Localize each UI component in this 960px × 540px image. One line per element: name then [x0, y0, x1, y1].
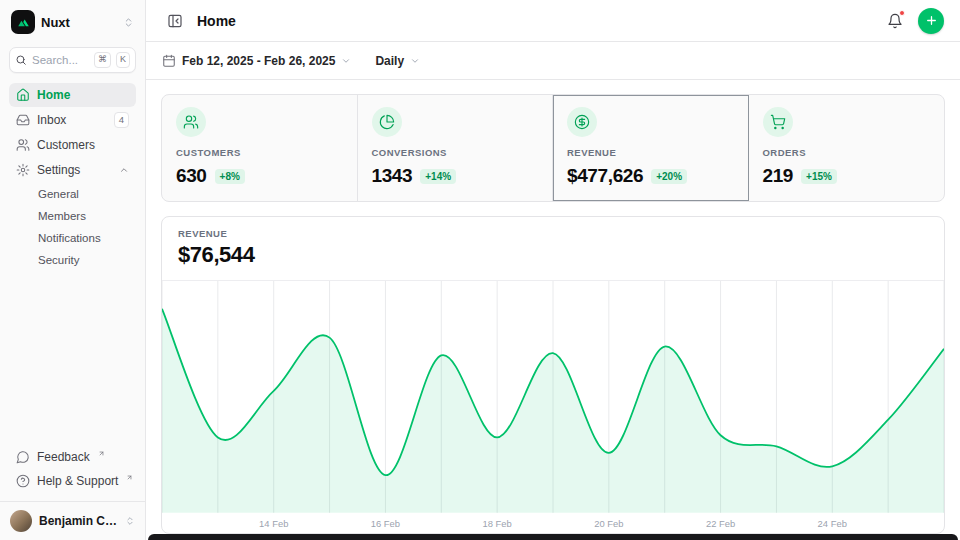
orders-icon	[763, 107, 793, 137]
chevron-up-icon	[119, 165, 129, 175]
sidebar-item-notifications[interactable]: Notifications	[9, 227, 136, 249]
svg-text:24 Feb: 24 Feb	[818, 518, 847, 529]
users-icon	[16, 138, 30, 152]
conversions-icon	[372, 107, 402, 137]
search-placeholder: Search...	[32, 54, 89, 66]
team-picker[interactable]: Nuxt	[9, 8, 136, 34]
sidebar-item-label: Customers	[37, 138, 95, 152]
plus-icon	[925, 14, 938, 27]
inbox-icon	[16, 113, 30, 127]
chart-metric-label: REVENUE	[178, 228, 928, 239]
page-content: CUSTOMERS 630 +8% CONVERSIONS 1343 +14%	[146, 80, 960, 534]
app-window: Nuxt Search... ⌘ K Home Inbox 4	[0, 0, 960, 540]
sidebar-item-home[interactable]: Home	[9, 83, 136, 107]
devtools-bar[interactable]	[148, 534, 958, 540]
date-range-picker[interactable]: Feb 12, 2025 - Feb 26, 2025	[162, 54, 351, 68]
sidebar-spacer	[9, 271, 136, 445]
revenue-icon	[567, 107, 597, 137]
sidebar-item-label: Help & Support	[37, 474, 118, 488]
notification-dot	[899, 10, 905, 16]
stat-card-revenue[interactable]: REVENUE $477,626 +20%	[553, 95, 749, 201]
svg-text:18 Feb: 18 Feb	[483, 518, 512, 529]
svg-text:20 Feb: 20 Feb	[594, 518, 623, 529]
page-title: Home	[197, 13, 236, 29]
chevron-down-icon	[341, 56, 351, 66]
user-name: Benjamin Canac	[39, 514, 118, 528]
svg-text:14 Feb: 14 Feb	[259, 518, 288, 529]
sidebar: Nuxt Search... ⌘ K Home Inbox 4	[0, 0, 146, 540]
chart-header: REVENUE $76,544	[162, 217, 944, 281]
chevrons-up-down-icon	[123, 17, 134, 28]
settings-submenu: General Members Notifications Security	[9, 183, 136, 271]
stat-label: REVENUE	[567, 147, 734, 158]
avatar	[10, 510, 32, 532]
calendar-icon	[162, 54, 176, 68]
stat-label: CONVERSIONS	[372, 147, 539, 158]
external-link-icon	[126, 470, 133, 484]
chart-metric-value: $76,544	[178, 242, 928, 268]
sidebar-item-feedback[interactable]: Feedback	[9, 445, 136, 469]
nuxt-logo	[11, 10, 35, 34]
revenue-chart[interactable]: 14 Feb16 Feb18 Feb20 Feb22 Feb24 Feb	[162, 281, 944, 533]
stat-value: 219	[763, 165, 794, 187]
sidebar-item-inbox[interactable]: Inbox 4	[9, 108, 136, 132]
stat-delta-badge: +15%	[801, 169, 837, 184]
customers-icon	[176, 107, 206, 137]
stat-delta-badge: +20%	[651, 169, 687, 184]
kbd-cmd: ⌘	[94, 52, 111, 67]
team-name: Nuxt	[41, 15, 117, 30]
sidebar-item-general[interactable]: General	[9, 183, 136, 205]
sidebar-item-members[interactable]: Members	[9, 205, 136, 227]
sidebar-item-label: Members	[38, 210, 86, 222]
filters-toolbar: Feb 12, 2025 - Feb 26, 2025 Daily	[146, 42, 960, 80]
sidebar-item-label: Inbox	[37, 113, 66, 127]
sidebar-item-customers[interactable]: Customers	[9, 133, 136, 157]
granularity-label: Daily	[375, 54, 404, 68]
collapse-sidebar-button[interactable]	[162, 8, 188, 34]
search-icon	[15, 54, 27, 66]
revenue-chart-card: REVENUE $76,544 14 Feb16 Feb18 Feb20 Feb…	[161, 216, 945, 534]
stat-value: 1343	[372, 165, 413, 187]
stat-delta-badge: +8%	[215, 169, 245, 184]
gear-icon	[16, 163, 30, 177]
svg-text:16 Feb: 16 Feb	[371, 518, 400, 529]
sidebar-item-security[interactable]: Security	[9, 249, 136, 271]
sidebar-item-label: Feedback	[37, 450, 90, 464]
sidebar-item-settings[interactable]: Settings	[9, 158, 136, 182]
sidebar-item-label: Security	[38, 254, 80, 266]
chat-bubble-icon	[16, 450, 30, 464]
stat-card-customers[interactable]: CUSTOMERS 630 +8%	[162, 95, 358, 201]
topbar-actions	[882, 8, 944, 34]
date-range-label: Feb 12, 2025 - Feb 26, 2025	[182, 54, 335, 68]
inbox-count-badge: 4	[114, 112, 129, 128]
topbar: Home	[146, 0, 960, 42]
home-icon	[16, 88, 30, 102]
sidebar-item-label: Settings	[37, 163, 80, 177]
help-circle-icon	[16, 474, 30, 488]
chevron-down-icon	[410, 56, 420, 66]
panel-left-close-icon	[167, 13, 183, 29]
sidebar-item-label: Notifications	[38, 232, 101, 244]
stats-row: CUSTOMERS 630 +8% CONVERSIONS 1343 +14%	[161, 94, 945, 202]
user-menu[interactable]: Benjamin Canac	[0, 501, 145, 534]
chevrons-up-down-icon	[125, 516, 135, 526]
granularity-select[interactable]: Daily	[375, 54, 420, 68]
stat-value: 630	[176, 165, 207, 187]
sidebar-item-label: General	[38, 188, 79, 200]
svg-text:22 Feb: 22 Feb	[706, 518, 735, 529]
stat-card-orders[interactable]: ORDERS 219 +15%	[749, 95, 945, 201]
stat-card-conversions[interactable]: CONVERSIONS 1343 +14%	[358, 95, 554, 201]
main-panel: Home Feb 12, 2025 - Feb 26, 2025 Daily	[146, 0, 960, 540]
sidebar-item-label: Home	[37, 88, 70, 102]
notifications-button[interactable]	[882, 8, 908, 34]
add-button[interactable]	[918, 8, 944, 34]
kbd-k: K	[116, 52, 130, 67]
stat-label: ORDERS	[763, 147, 931, 158]
search-input[interactable]: Search... ⌘ K	[9, 47, 136, 73]
stat-label: CUSTOMERS	[176, 147, 343, 158]
external-link-icon	[98, 446, 105, 460]
sidebar-nav: Home Inbox 4 Customers Settings General	[9, 83, 136, 271]
stat-value: $477,626	[567, 165, 643, 187]
stat-delta-badge: +14%	[420, 169, 456, 184]
sidebar-item-help-support[interactable]: Help & Support	[9, 469, 136, 493]
